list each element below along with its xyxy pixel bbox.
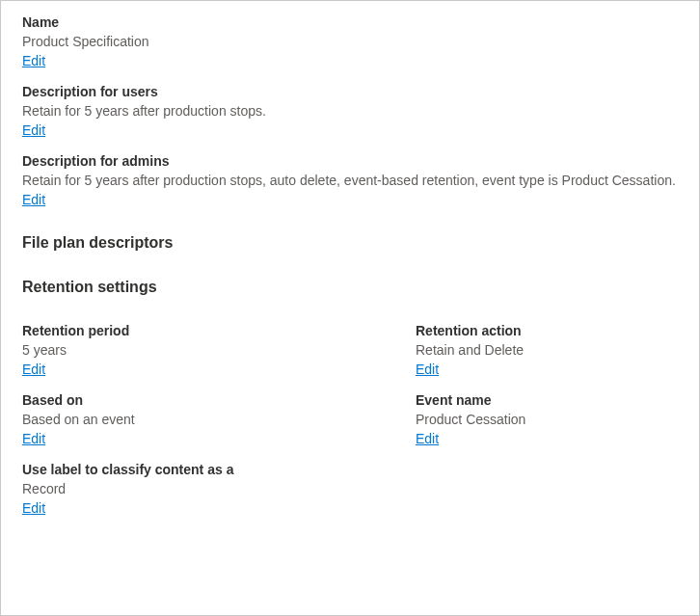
name-field: Name Product Specification Edit — [22, 14, 678, 68]
classify-field: Use label to classify content as a Recor… — [22, 462, 416, 516]
retention-settings-heading: Retention settings — [22, 279, 678, 296]
retention-period-value: 5 years — [22, 342, 396, 358]
name-value: Product Specification — [22, 34, 678, 49]
description-users-field: Description for users Retain for 5 years… — [22, 84, 678, 138]
based-on-field: Based on Based on an event Edit — [22, 392, 416, 446]
description-admins-value: Retain for 5 years after production stop… — [22, 173, 678, 188]
name-edit-link[interactable]: Edit — [22, 53, 45, 68]
description-admins-field: Description for admins Retain for 5 year… — [22, 153, 678, 207]
classify-label: Use label to classify content as a — [22, 462, 396, 477]
retention-action-value: Retain and Delete — [416, 342, 659, 358]
retention-settings-grid: Retention period 5 years Edit Retention … — [22, 323, 678, 531]
file-plan-descriptors-heading: File plan descriptors — [22, 234, 678, 252]
retention-action-label: Retention action — [416, 323, 659, 338]
classify-edit-link[interactable]: Edit — [22, 500, 45, 516]
based-on-value: Based on an event — [22, 412, 396, 427]
name-label: Name — [22, 14, 678, 30]
retention-action-field: Retention action Retain and Delete Edit — [416, 323, 678, 377]
description-admins-label: Description for admins — [22, 153, 678, 169]
based-on-label: Based on — [22, 392, 396, 408]
classify-value: Record — [22, 481, 396, 496]
retention-action-edit-link[interactable]: Edit — [416, 362, 439, 377]
event-name-edit-link[interactable]: Edit — [416, 431, 439, 446]
description-users-label: Description for users — [22, 84, 678, 99]
retention-period-edit-link[interactable]: Edit — [22, 362, 45, 377]
description-users-value: Retain for 5 years after production stop… — [22, 103, 678, 119]
event-name-field: Event name Product Cessation Edit — [416, 392, 678, 446]
based-on-edit-link[interactable]: Edit — [22, 431, 45, 446]
description-admins-edit-link[interactable]: Edit — [22, 192, 45, 207]
retention-period-label: Retention period — [22, 323, 396, 338]
retention-period-field: Retention period 5 years Edit — [22, 323, 416, 377]
description-users-edit-link[interactable]: Edit — [22, 122, 45, 138]
event-name-label: Event name — [416, 392, 659, 408]
event-name-value: Product Cessation — [416, 412, 659, 427]
